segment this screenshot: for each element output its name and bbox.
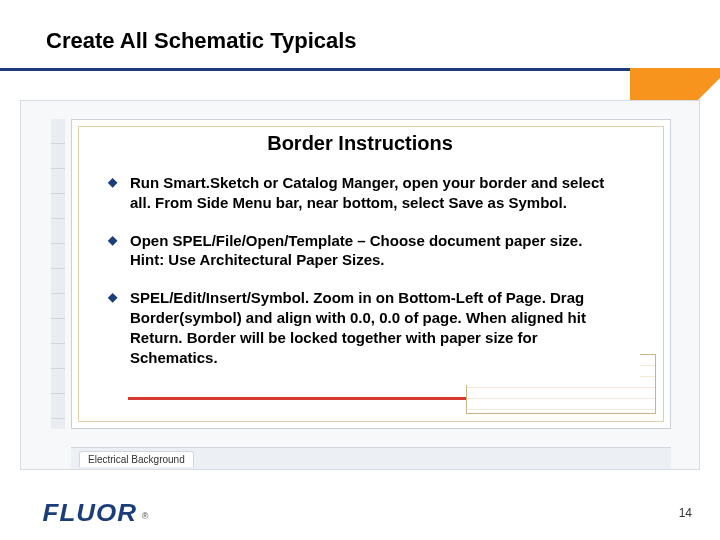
slide: Create All Schematic Typicals Electrical… [0,0,720,540]
subheading: Border Instructions [80,132,640,155]
footer: FLUOR ® 14 [0,486,720,540]
title-underline [0,68,632,71]
registered-mark: ® [142,511,149,521]
sheet-tabbar: Electrical Background [71,447,671,469]
title-area: Create All Schematic Typicals [0,0,720,54]
fluor-logo: FLUOR ® [46,499,148,527]
bullet-item: Open SPEL/File/Open/Template – Choose do… [108,231,620,271]
logo-text: FLUOR [42,499,137,527]
page-number: 14 [679,506,692,520]
bullet-item: SPEL/Edit/Insert/Symbol. Zoom in on Bott… [108,288,620,367]
slide-title: Create All Schematic Typicals [46,28,720,54]
ruler-left [51,119,65,429]
red-line [128,397,488,400]
sheet-tab: Electrical Background [79,451,194,467]
bullet-list: Run Smart.Sketch or Catalog Manger, open… [80,173,640,367]
content-box: Border Instructions Run Smart.Sketch or … [80,132,640,385]
bullet-item: Run Smart.Sketch or Catalog Manger, open… [108,173,620,213]
